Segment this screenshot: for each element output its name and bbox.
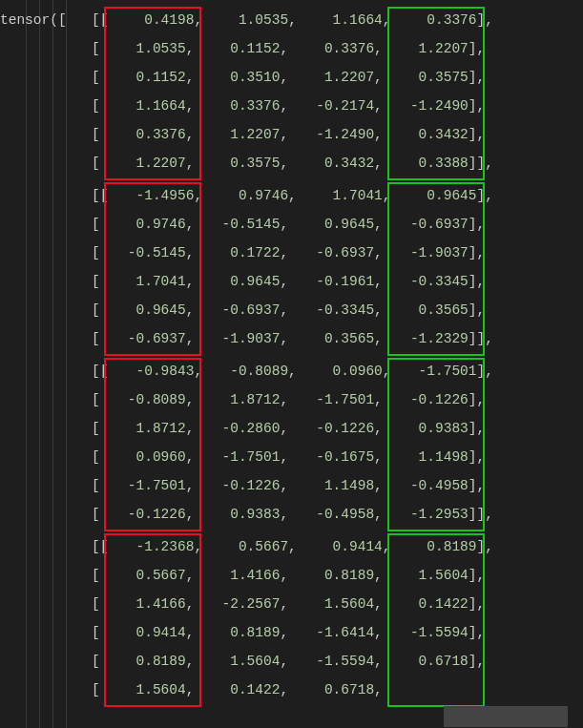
row-close-bracket: ], <box>468 421 485 436</box>
row-close-bracket: ], <box>477 539 493 554</box>
tensor-cell: 0.3510 <box>194 70 280 85</box>
tensor-row: [ 1.1664, 0.3376,-0.2174,-1.2490], <box>0 92 493 120</box>
row-open-bracket: [ <box>92 421 100 436</box>
tensor-cell: -0.4958 <box>288 507 374 522</box>
tensor-cell: -0.3345 <box>288 302 374 318</box>
tensor-cell: 0.3575 <box>383 70 468 85</box>
tensor-row: [ 1.7041, 0.9645,-0.1961,-0.3345], <box>0 267 493 296</box>
tensor-cell: -0.5145 <box>194 217 280 232</box>
tensor-cell: 0.1422 <box>194 682 280 697</box>
tensor-row: tensor([[[ 0.4198, 1.0535, 1.1664, 0.337… <box>0 6 493 34</box>
tensor-cell: 0.5667 <box>202 539 288 554</box>
tensor-row: [-0.5145, 0.1722,-0.6937,-1.9037], <box>0 239 493 267</box>
tensor-cell: 0.8189 <box>194 625 280 640</box>
tensor-cell: 1.2207 <box>288 70 374 85</box>
tensor-cell: 1.0535 <box>100 41 186 56</box>
row-close-bracket: ]], <box>468 507 493 522</box>
tensor-cell: 1.2207 <box>194 127 280 142</box>
tensor-cell: -1.6414 <box>288 625 374 640</box>
row-close-bracket: ], <box>468 41 485 56</box>
tensor-cell: -1.7501 <box>288 392 374 407</box>
row-close-bracket: ]], <box>468 156 493 171</box>
tensor-row: [[-0.9843,-0.8089, 0.0960,-1.7501], <box>0 357 493 385</box>
tensor-row: [-0.1226, 0.9383,-0.4958,-1.2953]], <box>0 500 493 529</box>
row-open-bracket: [ <box>92 654 100 669</box>
row-close-bracket: ], <box>468 449 485 465</box>
tensor-print: tensor([[[ 0.4198, 1.0535, 1.1664, 0.337… <box>0 6 493 704</box>
tensor-cell: 0.0960 <box>297 364 383 379</box>
tensor-row: [ 0.9645,-0.6937,-0.3345, 0.3565], <box>0 296 493 324</box>
tensor-cell: 0.1152 <box>100 70 186 85</box>
tensor-cell: -0.1226 <box>194 478 280 493</box>
tensor-cell: -0.9843 <box>108 364 194 379</box>
tensor-cell: 0.3565 <box>288 331 374 346</box>
tensor-cell: -1.2490 <box>383 98 468 114</box>
tensor-cell: 0.9383 <box>383 421 468 436</box>
tensor-cell: -0.6937 <box>194 302 280 318</box>
tensor-cell: -1.9037 <box>383 245 468 260</box>
tensor-cell: 1.1664 <box>297 12 383 28</box>
tensor-cell: -1.7501 <box>194 449 280 465</box>
tensor-cell: -0.6937 <box>383 217 468 232</box>
row-open-bracket: [ <box>92 449 100 465</box>
tensor-cell: 0.9383 <box>194 507 280 522</box>
tensor-cell: 1.8712 <box>194 392 280 407</box>
row-open-bracket: [[ <box>92 12 108 28</box>
tensor-cell: -0.5145 <box>100 245 186 260</box>
tensor-cell: 0.8189 <box>288 568 374 583</box>
row-close-bracket: ], <box>468 217 485 232</box>
row-close-bracket: ], <box>477 364 493 379</box>
row-close-bracket: ], <box>468 245 485 260</box>
tensor-cell: 0.9645 <box>100 302 186 318</box>
row-close-bracket: ], <box>477 12 493 28</box>
tensor-cell: -0.6937 <box>100 331 186 346</box>
tensor-cell: -1.2490 <box>288 127 374 142</box>
outer-open-bracket: [ <box>58 12 67 28</box>
tensor-cell: -1.7501 <box>100 478 186 493</box>
tensor-cell: 1.1664 <box>100 98 186 114</box>
tensor-cell: 0.3376 <box>100 127 186 142</box>
tensor-row: [ 0.9746,-0.5145, 0.9645,-0.6937], <box>0 210 493 239</box>
tensor-cell: 1.0535 <box>202 12 288 28</box>
tensor-cell: -1.7501 <box>391 364 477 379</box>
row-open-bracket: [ <box>92 392 100 407</box>
tensor-row: [ 0.8189, 1.5604,-1.5594, 0.6718], <box>0 647 493 676</box>
row-close-bracket: ], <box>468 392 485 407</box>
tensor-label: tensor <box>0 12 50 28</box>
tensor-cell: 0.3432 <box>288 156 374 171</box>
tensor-cell: -0.8089 <box>100 392 186 407</box>
row-close-bracket: ], <box>468 127 485 142</box>
tensor-cell: 0.8189 <box>100 654 186 669</box>
tensor-cell: 0.5667 <box>100 568 186 583</box>
tensor-row: [ 0.1152, 0.3510, 1.2207, 0.3575], <box>0 63 493 92</box>
tensor-row: [[-1.2368, 0.5667, 0.9414, 0.8189], <box>0 532 493 561</box>
tensor-cell: 0.9645 <box>194 274 280 289</box>
tensor-row: [ 1.2207, 0.3575, 0.3432, 0.3388]], <box>0 149 493 177</box>
tensor-cell: 1.1498 <box>288 478 374 493</box>
tensor-cell: -1.2329 <box>383 331 468 346</box>
tensor-cell: -0.1226 <box>100 507 186 522</box>
row-open-bracket: [ <box>92 217 100 232</box>
tensor-row: [ 1.0535, 0.1152, 0.3376, 1.2207], <box>0 34 493 63</box>
row-close-bracket: ], <box>468 302 485 318</box>
row-close-bracket: ], <box>468 274 485 289</box>
tensor-cell: -1.2953 <box>383 507 468 522</box>
tensor-cell: 0.3376 <box>194 98 280 114</box>
terminal-output: tensor([[[ 0.4198, 1.0535, 1.1664, 0.337… <box>0 0 583 728</box>
tensor-row: [-0.6937,-1.9037, 0.3565,-1.2329]], <box>0 324 493 353</box>
row-close-bracket: ], <box>468 568 485 583</box>
tensor-cell: 1.2207 <box>100 156 186 171</box>
tensor-cell: 0.3376 <box>391 12 477 28</box>
tensor-cell: 0.3575 <box>194 156 280 171</box>
obscured-region <box>444 706 568 727</box>
row-open-bracket: [ <box>92 70 100 85</box>
row-close-bracket: ], <box>468 98 485 114</box>
tensor-cell: 0.8189 <box>391 539 477 554</box>
row-open-bracket: [ <box>92 596 100 612</box>
tensor-cell: 1.2207 <box>383 41 468 56</box>
tensor-cell: 1.5604 <box>100 682 186 697</box>
tensor-cell: -0.6937 <box>288 245 374 260</box>
row-open-bracket: [ <box>92 625 100 640</box>
tensor-cell: 0.1152 <box>194 41 280 56</box>
tensor-cell: 0.9414 <box>100 625 186 640</box>
